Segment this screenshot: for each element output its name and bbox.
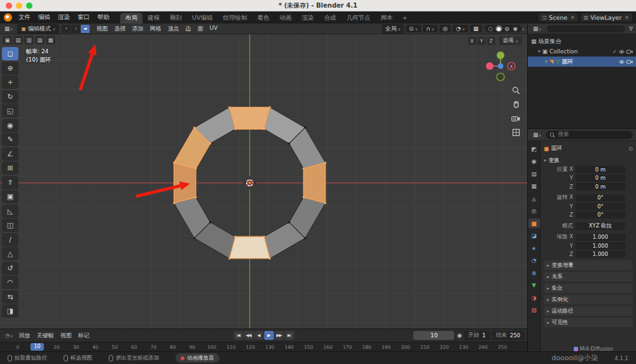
add-workspace-button[interactable]: +	[398, 13, 411, 22]
transform-value-0[interactable]: 0 m	[576, 166, 625, 173]
properties-tab-particles[interactable]: ∗	[529, 243, 540, 253]
animate-decorator-icon[interactable]: ·	[628, 184, 633, 189]
animation-player-badge[interactable]: 动画播放器	[176, 353, 219, 363]
blender-logo-icon[interactable]	[4, 13, 12, 22]
panel-section-0[interactable]: ▸变换增量	[544, 260, 633, 270]
keying-icon[interactable]: ◉	[457, 332, 462, 339]
transform-value-6[interactable]: XYZ 欧拉	[576, 222, 625, 230]
outliner-row-ring-object[interactable]: ▾ ◥ ▽ 圆环	[528, 57, 636, 67]
viewport-3d[interactable]: ▣▤▥▨▩ 帧率: 24 (10) 圆环 ◻⊕+↻◱◉✎∠⊞⇑▣◺◫∕△↺◠⇆◨…	[0, 34, 527, 328]
viewport-menu-5[interactable]: 边	[182, 24, 194, 34]
viewport-menu-0[interactable]: 视图	[93, 24, 111, 34]
workspace-tab-2[interactable]: 雕刻	[165, 13, 187, 24]
tool-measure[interactable]: ∠	[2, 147, 18, 161]
shading-solid-button[interactable]: ●	[495, 25, 502, 32]
animate-decorator-icon[interactable]: ·	[628, 243, 633, 248]
scene-selector[interactable]: ◫ Scene ✕	[539, 13, 577, 22]
workspace-tab-8[interactable]: 合成	[319, 13, 341, 24]
properties-tab-output[interactable]: ▤	[529, 169, 540, 179]
xray-toggle[interactable]: ▦	[470, 25, 482, 32]
tool-scale[interactable]: ◱	[2, 104, 18, 118]
ruler-frame-140[interactable]: 140	[285, 344, 294, 350]
tool-rip-region[interactable]: ◨	[2, 304, 18, 318]
transform-value-8[interactable]: 1.000	[576, 242, 625, 250]
ring-face-0[interactable]	[230, 107, 270, 129]
mode-dropdown[interactable]: ▣ 编辑模式 ∨	[17, 24, 59, 34]
toggle-ortho-icon[interactable]	[511, 127, 521, 137]
timeline-menu-2[interactable]: 视图	[57, 331, 75, 340]
properties-tab-tool[interactable]: ◩	[529, 144, 540, 154]
outliner-row-collection[interactable]: ▾ ▣ Collection ✓	[528, 46, 636, 57]
outliner-search-field[interactable]	[547, 25, 625, 32]
properties-tab-object[interactable]: ■	[529, 219, 540, 228]
mirror-axis-z[interactable]: Z	[487, 37, 495, 45]
properties-tab-texture[interactable]: ▨	[529, 306, 540, 315]
vertex-select-button[interactable]: •	[62, 25, 71, 33]
tool-rotate[interactable]: ↻	[2, 90, 18, 104]
transform-value-2[interactable]: 0 m	[576, 183, 625, 191]
properties-tab-material[interactable]: ◑	[529, 293, 540, 302]
properties-tab-world[interactable]: ◎	[529, 206, 540, 216]
ruler-frame-200[interactable]: 200	[401, 344, 410, 350]
playhead[interactable]: 10	[31, 343, 43, 351]
ruler-frame-30[interactable]: 30	[73, 344, 80, 350]
panel-section-3[interactable]: ▸实例化	[544, 295, 633, 304]
ruler-frame-250[interactable]: 250	[498, 344, 507, 350]
hide-viewport-eye-icon[interactable]	[619, 50, 625, 54]
workspace-tab-7[interactable]: 渲染	[296, 13, 319, 24]
select-subtract-button[interactable]: ▥	[24, 36, 34, 44]
ruler-frame-130[interactable]: 130	[265, 344, 274, 350]
ruler-frame-80[interactable]: 80	[170, 344, 176, 350]
remove-viewlayer-icon[interactable]: ✕	[623, 15, 629, 20]
tool-smooth[interactable]: ◠	[2, 276, 18, 289]
shading-rendered-button[interactable]: ◉	[512, 25, 519, 32]
transform-value-3[interactable]: 0°	[576, 194, 625, 202]
timeline-menu-1[interactable]: 关键帧	[34, 331, 57, 340]
viewport-menu-2[interactable]: 添加	[128, 24, 146, 34]
transform-value-7[interactable]: 1.000	[576, 234, 625, 241]
play-reverse-button[interactable]: ◀	[254, 331, 263, 340]
navigation-gizmo[interactable]: X	[481, 49, 520, 84]
viewport-menu-6[interactable]: 面	[194, 24, 206, 34]
timeline-menu-0[interactable]: 回放	[16, 331, 34, 340]
menubar-menu-2[interactable]: 渲染	[54, 13, 74, 22]
prev-keyframe-button[interactable]: ◀◀	[244, 331, 253, 340]
workspace-tab-4[interactable]: 纹理绘制	[218, 13, 252, 24]
viewport-menu-3[interactable]: 网格	[146, 24, 164, 34]
ruler-frame-230[interactable]: 230	[459, 344, 468, 350]
shading-dropdown-icon[interactable]: ∨	[522, 27, 525, 31]
unlink-scene-icon[interactable]: ✕	[569, 15, 575, 20]
frame-end-field[interactable]: 结束 250	[492, 331, 524, 340]
timeline-menu-3[interactable]: 标记	[75, 331, 93, 340]
menubar-menu-0[interactable]: 文件	[15, 13, 34, 22]
viewlayer-selector[interactable]: ▥ ViewLayer ✕	[581, 13, 632, 22]
outliner-editor-type-button[interactable]: ▦ ∨	[531, 25, 543, 32]
ruler-frame-160[interactable]: 160	[324, 344, 333, 350]
ruler-frame-150[interactable]: 150	[304, 344, 313, 350]
workspace-tab-3[interactable]: UV编辑	[187, 13, 218, 24]
select-invert-button[interactable]: ▨	[35, 36, 45, 44]
play-button[interactable]: ▶	[264, 331, 273, 340]
tool-bevel[interactable]: ◺	[2, 205, 18, 218]
pan-hand-icon[interactable]	[511, 99, 521, 109]
ruler-frame-60[interactable]: 60	[131, 344, 137, 350]
jump-end-button[interactable]: ▶|	[284, 331, 294, 340]
ruler-frame-170[interactable]: 170	[343, 344, 352, 350]
animate-decorator-icon[interactable]: ·	[628, 252, 633, 257]
disable-render-camera-icon[interactable]	[626, 60, 633, 64]
options-dropdown[interactable]: 选项 ∨	[499, 36, 522, 45]
ring-face-6[interactable]	[230, 237, 270, 259]
shading-material-preview-button[interactable]: ◍	[504, 25, 511, 32]
properties-search-input[interactable]: 搜索	[546, 131, 633, 139]
properties-tab-object-data[interactable]: ▼	[529, 281, 540, 290]
tool-annotate[interactable]: ✎	[2, 133, 18, 146]
ruler-frame-100[interactable]: 100	[207, 344, 216, 350]
ruler-frame-210[interactable]: 210	[420, 344, 429, 350]
ruler-frame-70[interactable]: 70	[151, 344, 157, 350]
panel-section-2[interactable]: ▸集合	[544, 283, 633, 293]
maximize-window-button[interactable]	[26, 3, 32, 9]
zoom-icon[interactable]	[511, 85, 521, 95]
animate-decorator-icon[interactable]: ·	[628, 234, 633, 239]
ruler-frame-180[interactable]: 180	[362, 344, 371, 350]
viewport-menu-1[interactable]: 选择	[111, 24, 128, 34]
